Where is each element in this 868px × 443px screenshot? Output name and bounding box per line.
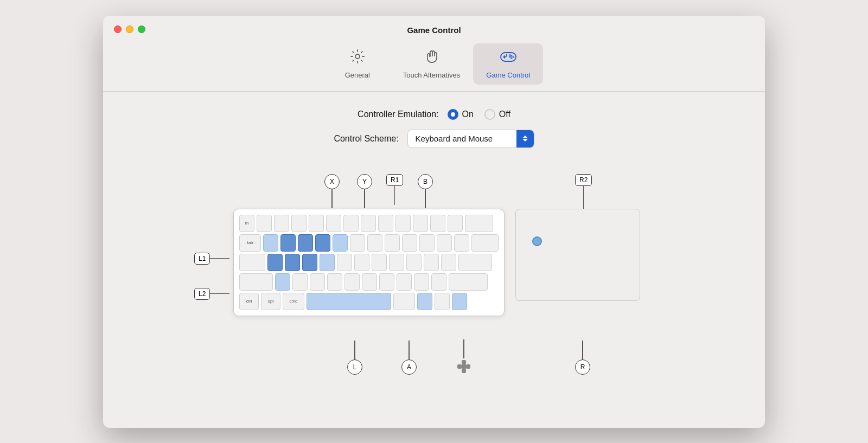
scheme-select[interactable]: Keyboard and Mouse [407,130,534,148]
btn-l2-rect: L2 [194,288,210,300]
key-5[interactable] [326,215,341,232]
key-e[interactable] [298,234,313,252]
key-w[interactable] [280,234,296,252]
key-12[interactable] [448,215,463,232]
key-n[interactable] [362,273,377,291]
key-d[interactable] [302,254,317,271]
key-7[interactable] [361,215,376,232]
key-h[interactable] [354,254,369,271]
key-g[interactable] [337,254,352,271]
key-opt[interactable]: opt [261,293,280,310]
btn-l-circle: L [347,359,362,375]
tab-general[interactable]: General [325,43,390,85]
minimize-button[interactable] [126,25,133,33]
key-z[interactable] [275,273,290,291]
key-2[interactable] [274,215,289,232]
label-l2: L2 [194,288,229,300]
key-bracket2[interactable] [454,234,469,252]
key-q[interactable] [263,234,278,252]
key-bracket1[interactable] [437,234,452,252]
key-enter[interactable] [458,254,492,271]
key-x[interactable] [292,273,308,291]
btn-b-circle: B [418,174,433,189]
key-1[interactable] [257,215,272,232]
key-rshift[interactable] [449,273,488,291]
radio-off[interactable]: Off [484,109,510,120]
trackpad-cursor [532,236,542,246]
key-s[interactable] [285,254,300,271]
key-tab[interactable]: tab [239,234,261,252]
radio-off-circle[interactable] [484,109,495,120]
key-i[interactable] [385,234,400,252]
key-4[interactable] [309,215,324,232]
line-l2 [210,293,229,294]
key-10[interactable] [413,215,428,232]
gamepad-icon [500,49,517,68]
tab-touch[interactable]: Touch Alternatives [390,43,474,85]
key-b[interactable] [344,273,360,291]
radio-on-circle[interactable] [448,109,458,120]
key-fn[interactable]: fn [239,215,254,232]
key-arrow-u[interactable] [435,293,450,310]
key-r[interactable] [315,234,330,252]
trackpad[interactable] [515,209,640,301]
key-o[interactable] [402,234,417,252]
key-cmd-l[interactable]: cmd [283,293,304,310]
line-y [364,189,365,208]
key-l[interactable] [406,254,422,271]
key-6[interactable] [343,215,359,232]
key-arrow-l[interactable] [417,293,432,310]
chevrons-icon [522,136,528,142]
close-button[interactable] [114,25,122,33]
key-arrow-r[interactable] [452,293,467,310]
key-space[interactable] [307,293,391,310]
svg-rect-13 [466,364,470,369]
keyboard: fn [233,209,505,316]
key-slash[interactable] [431,273,446,291]
key-t[interactable] [333,234,348,252]
tab-gamecontrol[interactable]: Game Control [473,43,543,85]
tab-gamecontrol-label: Game Control [486,71,530,79]
key-m[interactable] [379,273,394,291]
line-l1 [210,258,229,259]
key-9[interactable] [395,215,411,232]
key-backspace[interactable] [465,215,493,232]
svg-point-6 [510,57,512,59]
key-f[interactable] [320,254,335,271]
key-11[interactable] [430,215,445,232]
label-r: R [575,341,590,375]
scheme-dropdown-button[interactable] [516,130,534,147]
key-j[interactable] [372,254,387,271]
key-comma[interactable] [397,273,412,291]
key-period[interactable] [414,273,429,291]
scheme-row: Control Scheme: Keyboard and Mouse [334,130,534,148]
line-r1 [394,186,395,205]
key-c[interactable] [310,273,325,291]
key-3[interactable] [291,215,307,232]
key-lshift[interactable] [239,273,273,291]
key-row-1: fn [239,215,499,232]
emulation-radio-group: On Off [448,109,510,120]
key-y[interactable] [350,234,365,252]
key-p[interactable] [419,234,435,252]
key-semi[interactable] [424,254,439,271]
key-ctrl[interactable]: ctrl [239,293,259,310]
key-k[interactable] [389,254,404,271]
key-return[interactable] [471,234,499,252]
btn-a-circle: A [401,359,417,375]
maximize-button[interactable] [138,25,145,33]
key-u[interactable] [367,234,382,252]
label-a: A [401,341,417,375]
title-bar: Game Control [103,16,765,35]
key-8[interactable] [378,215,393,232]
key-a[interactable] [267,254,283,271]
key-caps[interactable] [239,254,265,271]
key-cmd-r[interactable] [393,293,415,310]
svg-point-4 [510,55,512,56]
radio-on[interactable]: On [448,109,474,120]
key-quote[interactable] [441,254,456,271]
tab-touch-label: Touch Alternatives [403,71,461,79]
key-v[interactable] [327,273,342,291]
line-r2 [583,186,584,210]
key-row-5: ctrl opt cmd [239,293,499,310]
